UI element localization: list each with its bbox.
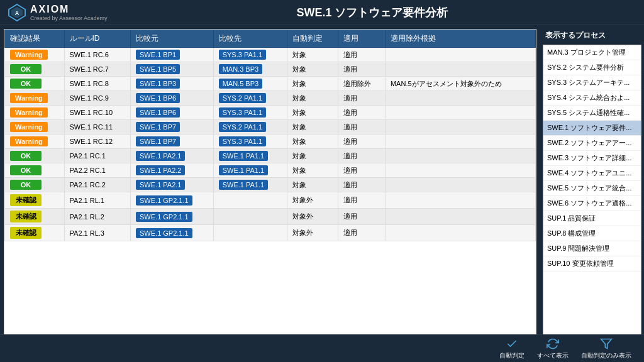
process-list-item[interactable]: SUP.10 変更依頼管理 bbox=[543, 256, 641, 272]
table-row[interactable]: 未確認PA2.1 RL.2SWE.1 GP2.1.1対象外適用 bbox=[5, 209, 536, 225]
result-badge: OK bbox=[10, 151, 42, 161]
target-value: SYS.2 PA1.1 bbox=[219, 122, 266, 132]
main-layout: 確認結果 ルールID 比較元 比較先 自動判定 適用 適用除外根拠 Warnin… bbox=[0, 25, 644, 362]
table-row[interactable]: OKSWE.1 RC.7SWE.1 BP5MAN.3 BP3対象適用 bbox=[5, 62, 536, 77]
target-value: SYS.3 PA1.1 bbox=[219, 50, 266, 60]
reason-cell bbox=[385, 120, 535, 134]
table-row[interactable]: WarningSWE.1 RC.6SWE.1 BP1SYS.3 PA1.1対象適… bbox=[5, 48, 536, 62]
target-cell: SYS.3 PA1.1 bbox=[213, 48, 287, 62]
target-value: MAN.3 BP3 bbox=[219, 64, 262, 74]
reason-cell bbox=[385, 134, 535, 149]
auto-cell: 対象 bbox=[287, 77, 338, 91]
table-row[interactable]: WarningSWE.1 RC.9SWE.1 BP6SYS.2 PA1.1対象適… bbox=[5, 91, 536, 106]
target-cell bbox=[213, 225, 287, 241]
show-all-button[interactable]: すべて表示 bbox=[537, 337, 569, 360]
target-cell: SYS.3 PA1.1 bbox=[213, 106, 287, 120]
process-list[interactable]: MAN.3 プロジェクト管理SYS.2 システム要件分析SYS.3 システムアー… bbox=[543, 45, 641, 358]
result-cell: Warning bbox=[5, 106, 65, 120]
target-cell: SYS.3 PA1.1 bbox=[213, 134, 287, 149]
source-cell: SWE.1 BP5 bbox=[131, 62, 214, 77]
auto-cell: 対象 bbox=[287, 120, 338, 134]
table-row[interactable]: WarningSWE.1 RC.10SWE.1 BP6SYS.3 PA1.1対象… bbox=[5, 106, 536, 120]
col-header-ruleid: ルールID bbox=[64, 30, 130, 48]
auto-only-button[interactable]: 自動判定のみ表示 bbox=[581, 337, 631, 360]
process-list-item[interactable]: SYS.3 システムアーキテ... bbox=[543, 75, 641, 90]
table-body: WarningSWE.1 RC.6SWE.1 BP1SYS.3 PA1.1対象適… bbox=[5, 48, 536, 241]
process-list-item[interactable]: SWE.5 ソフトウェア統合... bbox=[543, 181, 641, 196]
result-badge: OK bbox=[10, 165, 42, 175]
process-list-item[interactable]: SWE.2 ソフトウェアアー... bbox=[543, 136, 641, 151]
sidebar-header: 表示するプロセス bbox=[543, 29, 641, 42]
process-list-item[interactable]: SWE.4 ソフトウェアユニ... bbox=[543, 166, 641, 181]
apply-cell: 適用 bbox=[338, 134, 385, 149]
auto-cell: 対象 bbox=[287, 134, 338, 149]
reason-cell bbox=[385, 209, 535, 225]
auto-cell: 対象 bbox=[287, 106, 338, 120]
result-badge: OK bbox=[10, 64, 42, 74]
results-table: 確認結果 ルールID 比較元 比較先 自動判定 適用 適用除外根拠 Warnin… bbox=[4, 30, 536, 241]
show-all-label: すべて表示 bbox=[537, 351, 569, 360]
source-value: SWE.1 BP7 bbox=[136, 122, 180, 132]
auto-cell: 対象 bbox=[287, 48, 338, 62]
auto-judge-label: 自動判定 bbox=[499, 351, 525, 360]
target-value: SYS.2 PA1.1 bbox=[219, 93, 266, 103]
logo-text: AXIOM Created by Assessor Academy bbox=[30, 4, 108, 21]
table-row[interactable]: OKPA2.1 RC.1SWE.1 PA2.1SWE.1 PA1.1対象適用 bbox=[5, 149, 536, 163]
rule-id-cell: SWE.1 RC.8 bbox=[64, 77, 130, 91]
process-list-item[interactable]: SWE.3 ソフトウェア詳細... bbox=[543, 151, 641, 166]
apply-cell: 適用除外 bbox=[338, 77, 385, 91]
table-row[interactable]: 未確認PA2.1 RL.1SWE.1 GP2.1.1対象外適用 bbox=[5, 192, 536, 209]
process-list-item[interactable]: SUP.8 構成管理 bbox=[543, 226, 641, 241]
result-cell: 未確認 bbox=[5, 192, 65, 209]
process-list-item[interactable]: SUP.1 品質保証 bbox=[543, 211, 641, 226]
table-row[interactable]: WarningSWE.1 RC.12SWE.1 BP7SYS.3 PA1.1対象… bbox=[5, 134, 536, 149]
source-cell: SWE.1 BP6 bbox=[131, 91, 214, 106]
auto-cell: 対象外 bbox=[287, 225, 338, 241]
process-list-item[interactable]: SYS.5 システム通格性確... bbox=[543, 106, 641, 121]
reason-cell bbox=[385, 192, 535, 209]
result-cell: 未確認 bbox=[5, 225, 65, 241]
table-row[interactable]: 未確認PA2.1 RL.3SWE.1 GP2.1.1対象外適用 bbox=[5, 225, 536, 241]
apply-cell: 適用 bbox=[338, 106, 385, 120]
auto-cell: 対象 bbox=[287, 163, 338, 178]
result-cell: Warning bbox=[5, 134, 65, 149]
reason-cell bbox=[385, 62, 535, 77]
filter-icon bbox=[600, 337, 613, 350]
col-header-auto: 自動判定 bbox=[287, 30, 338, 48]
table-row[interactable]: OKSWE.1 RC.8SWE.1 BP3MAN.5 BP3対象適用除外MAN.… bbox=[5, 77, 536, 91]
target-value: SYS.3 PA1.1 bbox=[219, 107, 266, 118]
logo-axiom-text: AXIOM bbox=[30, 4, 108, 15]
process-list-item[interactable]: SYS.2 システム要件分析 bbox=[543, 60, 641, 75]
result-badge: OK bbox=[10, 180, 42, 190]
auto-cell: 対象外 bbox=[287, 192, 338, 209]
process-list-item[interactable]: SWE.6 ソフトウェア適格... bbox=[543, 196, 641, 211]
apply-cell: 適用 bbox=[338, 178, 385, 192]
table-row[interactable]: OKPA2.2 RC.1SWE.1 PA2.2SWE.1 PA1.1対象適用 bbox=[5, 163, 536, 178]
result-cell: OK bbox=[5, 178, 65, 192]
logo-area: A AXIOM Created by Assessor Academy bbox=[8, 3, 108, 22]
result-cell: Warning bbox=[5, 48, 65, 62]
target-cell: MAN.3 BP3 bbox=[213, 62, 287, 77]
col-header-reason: 適用除外根拠 bbox=[385, 30, 535, 48]
target-cell: SWE.1 PA1.1 bbox=[213, 178, 287, 192]
auto-judge-button[interactable]: 自動判定 bbox=[499, 337, 525, 360]
apply-cell: 適用 bbox=[338, 149, 385, 163]
source-value: SWE.1 PA2.1 bbox=[136, 180, 185, 190]
result-cell: OK bbox=[5, 163, 65, 178]
process-list-item[interactable]: MAN.3 プロジェクト管理 bbox=[543, 45, 641, 60]
target-cell: SWE.1 PA1.1 bbox=[213, 149, 287, 163]
reason-cell: MAN.5がアセスメント対象外のため bbox=[385, 77, 535, 91]
result-badge: Warning bbox=[10, 122, 48, 132]
process-list-item[interactable]: SWE.1 ソフトウェア要件... bbox=[543, 121, 641, 136]
table-row[interactable]: WarningSWE.1 RC.11SWE.1 BP7SYS.2 PA1.1対象… bbox=[5, 120, 536, 134]
auto-cell: 対象 bbox=[287, 149, 338, 163]
table-row[interactable]: OKPA2.1 RC.2SWE.1 PA2.1SWE.1 PA1.1対象適用 bbox=[5, 178, 536, 192]
process-list-item[interactable]: SUP.9 問題解決管理 bbox=[543, 241, 641, 256]
apply-cell: 適用 bbox=[338, 48, 385, 62]
source-cell: SWE.1 BP1 bbox=[131, 48, 214, 62]
process-list-item[interactable]: SYS.4 システム統合およ... bbox=[543, 90, 641, 106]
rule-id-cell: PA2.2 RC.1 bbox=[64, 163, 130, 178]
result-cell: OK bbox=[5, 77, 65, 91]
apply-cell: 適用 bbox=[338, 192, 385, 209]
table-scroll[interactable]: 確認結果 ルールID 比較元 比較先 自動判定 適用 適用除外根拠 Warnin… bbox=[4, 30, 536, 342]
